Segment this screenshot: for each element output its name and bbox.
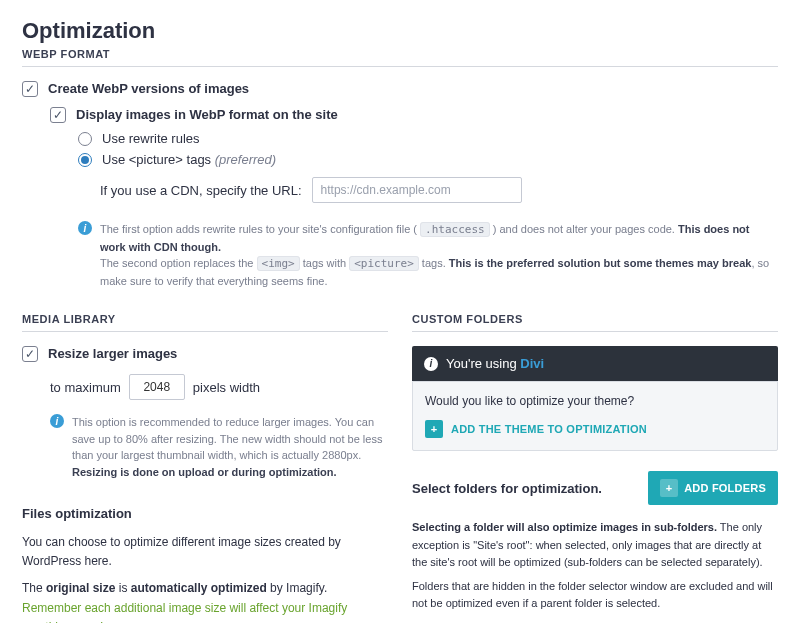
max-width-input[interactable]	[129, 374, 185, 400]
webp-help-text: The first option adds rewrite rules to y…	[100, 221, 778, 289]
cdn-label: If you use a CDN, specify the URL:	[100, 183, 302, 198]
picture-tags-radio[interactable]	[78, 153, 92, 167]
webp-section-head: WEBP FORMAT	[22, 48, 778, 67]
files-p3: Remember each additional image size will…	[22, 599, 388, 623]
custom-section-head: CUSTOM FOLDERS	[412, 313, 778, 332]
folders-desc: Selecting a folder will also optimize im…	[412, 519, 778, 613]
px-label: pixels width	[193, 380, 260, 395]
resize-checkbox[interactable]	[22, 346, 38, 362]
display-webp-checkbox[interactable]	[50, 107, 66, 123]
rewrite-rules-radio[interactable]	[78, 132, 92, 146]
files-p2: The original size is automatically optim…	[22, 579, 388, 598]
picture-tags-label: Use <picture> tags (preferred)	[102, 152, 276, 167]
media-section-head: MEDIA LIBRARY	[22, 313, 388, 332]
create-webp-checkbox[interactable]	[22, 81, 38, 97]
create-webp-label: Create WebP versions of images	[48, 81, 249, 96]
files-opt-title: Files optimization	[22, 506, 388, 521]
add-theme-button[interactable]: + ADD THE THEME TO OPTIMIZATION	[425, 420, 647, 438]
add-folders-button[interactable]: + ADD FOLDERS	[648, 471, 778, 505]
resize-help-text: This option is recommended to reduce lar…	[72, 414, 388, 480]
files-p1: You can choose to optimize different ima…	[22, 533, 388, 571]
info-icon: i	[50, 414, 64, 428]
theme-banner: i You're using Divi	[412, 346, 778, 381]
plus-icon: +	[425, 420, 443, 438]
panel-question: Would you like to optimize your theme?	[425, 394, 765, 408]
plus-icon: +	[660, 479, 678, 497]
to-max-label: to maximum	[50, 380, 121, 395]
select-folders-label: Select folders for optimization.	[412, 481, 602, 496]
rewrite-rules-label: Use rewrite rules	[102, 131, 200, 146]
info-icon: i	[424, 357, 438, 371]
info-icon: i	[78, 221, 92, 235]
resize-label: Resize larger images	[48, 346, 177, 361]
display-webp-label: Display images in WebP format on the sit…	[76, 107, 338, 122]
page-title: Optimization	[22, 18, 778, 44]
cdn-url-input[interactable]	[312, 177, 522, 203]
